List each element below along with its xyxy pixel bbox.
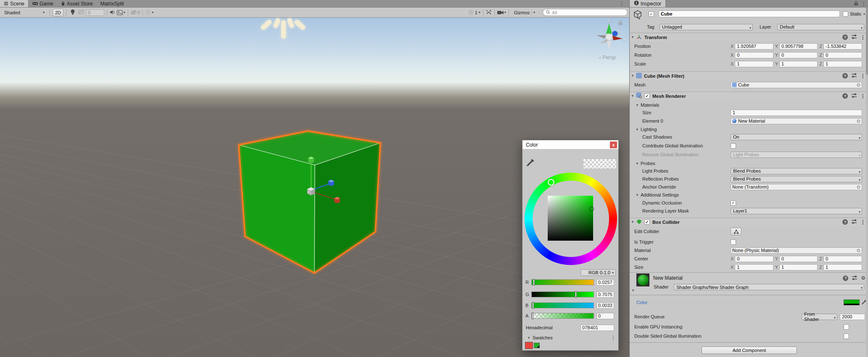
red-value-field[interactable]: 0.0257 bbox=[596, 279, 614, 286]
material-foldout-icon[interactable]: ▼ bbox=[631, 289, 635, 292]
kebab-icon[interactable]: ⋮ bbox=[860, 35, 865, 39]
box-collider-header[interactable]: ▼ ✓ Box Collider ? ⋮ bbox=[630, 218, 868, 226]
object-picker-icon[interactable]: ⊙ bbox=[857, 82, 860, 88]
static-checkbox[interactable] bbox=[843, 11, 848, 17]
hue-handle[interactable] bbox=[548, 179, 554, 186]
preset-icon[interactable] bbox=[852, 93, 857, 99]
help-icon[interactable]: ? bbox=[842, 73, 848, 79]
persp-label[interactable]: ≺Persp bbox=[598, 55, 616, 60]
preset-icon[interactable] bbox=[852, 219, 857, 225]
size-y-field[interactable]: 1 bbox=[779, 264, 818, 270]
kebab-icon[interactable]: ⋮ bbox=[860, 220, 865, 224]
rotation-z-field[interactable]: 0 bbox=[823, 52, 862, 58]
material-header[interactable]: ▼ New Material ? ⚙ Shader Shader Graphs/… bbox=[630, 273, 868, 294]
scale-z-field[interactable]: 1 bbox=[823, 61, 862, 67]
dynamic-occlusion-checkbox[interactable]: ✓ bbox=[731, 200, 736, 206]
probes-foldout[interactable]: ▼Probes bbox=[630, 160, 865, 167]
green-slider[interactable] bbox=[531, 291, 594, 297]
center-y-field[interactable]: 0 bbox=[779, 256, 818, 262]
mesh-renderer-enabled-checkbox[interactable]: ✓ bbox=[644, 93, 650, 99]
materials-foldout[interactable]: ▼Materials bbox=[630, 102, 865, 108]
gameobject-name-input[interactable] bbox=[659, 10, 840, 17]
color-window-titlebar[interactable]: Color x bbox=[522, 140, 618, 150]
reflection-probes-dropdown[interactable]: Blend Probes▾ bbox=[731, 176, 862, 182]
anchor-override-field[interactable]: None (Transform)⊙ bbox=[731, 184, 862, 190]
alpha-value-field[interactable]: 0 bbox=[596, 313, 614, 319]
swatches-row[interactable]: ▼ Swatches ⋮ bbox=[522, 334, 618, 341]
layer-dropdown[interactable]: Default▾ bbox=[777, 24, 864, 30]
object-picker-icon[interactable]: ⊙ bbox=[857, 184, 860, 190]
swatch-red[interactable] bbox=[525, 342, 533, 349]
size-z-field[interactable]: 1 bbox=[823, 264, 862, 270]
render-queue-value-field[interactable]: 2000 bbox=[840, 314, 865, 320]
additional-settings-foldout[interactable]: ▼Additional Settings bbox=[630, 192, 865, 198]
scale-gizmo-y-handle[interactable] bbox=[308, 157, 314, 163]
material-color-swatch[interactable] bbox=[844, 299, 860, 305]
dsgi-checkbox[interactable] bbox=[844, 333, 849, 339]
render-queue-mode-dropdown[interactable]: From Shader▾ bbox=[802, 314, 837, 320]
shader-dropdown[interactable]: Shader Graphs/New Shader Graph▾ bbox=[674, 284, 864, 290]
tab-inspector[interactable]: Inspector bbox=[630, 0, 666, 7]
active-checkbox[interactable]: ✓ bbox=[649, 11, 654, 17]
kebab-icon[interactable]: ⋮ bbox=[860, 94, 865, 98]
box-collider-enabled-checkbox[interactable]: ✓ bbox=[644, 219, 650, 225]
mesh-filter-header[interactable]: ▼ Cube (Mesh Filter) ? ⋮ bbox=[630, 71, 868, 80]
rgb-mode-dropdown[interactable]: RGB 0-1.0▾ bbox=[580, 269, 616, 276]
size-x-field[interactable]: 1 bbox=[735, 264, 773, 270]
swatches-kebab-icon[interactable]: ⋮ bbox=[611, 336, 616, 340]
saturation-value-box[interactable] bbox=[548, 196, 593, 241]
static-dropdown-icon[interactable]: ▾ bbox=[863, 12, 865, 16]
blue-slider[interactable] bbox=[531, 302, 594, 308]
axis-x-cone[interactable] bbox=[612, 36, 623, 40]
swatch-green[interactable] bbox=[534, 343, 540, 348]
object-picker-icon[interactable]: ⊙ bbox=[857, 118, 860, 124]
object-picker-icon[interactable]: ⊙ bbox=[857, 248, 860, 253]
contribute-gi-checkbox[interactable] bbox=[731, 143, 736, 149]
inspector-lock-icon[interactable] bbox=[854, 1, 858, 7]
scale-gizmo-x-handle[interactable] bbox=[334, 197, 340, 203]
sv-handle[interactable] bbox=[589, 207, 594, 211]
light-probes-dropdown[interactable]: Blend Probes▾ bbox=[731, 168, 862, 174]
element0-object-field[interactable]: New Material ⊙ bbox=[731, 118, 862, 124]
eyedropper-icon[interactable] bbox=[526, 158, 535, 168]
rotation-y-field[interactable]: 0 bbox=[779, 52, 818, 58]
material-preview[interactable] bbox=[636, 273, 649, 286]
scale-gizmo-center-handle[interactable] bbox=[307, 187, 315, 195]
position-x-field[interactable]: 1.920587 bbox=[735, 43, 773, 50]
tag-dropdown[interactable]: Untagged▾ bbox=[660, 24, 753, 30]
green-value-field[interactable]: 0.7075 bbox=[596, 291, 614, 298]
preset-icon[interactable] bbox=[852, 73, 857, 79]
cast-shadows-dropdown[interactable]: On▾ bbox=[731, 134, 862, 140]
help-icon[interactable]: ? bbox=[842, 93, 848, 99]
preset-icon[interactable] bbox=[852, 276, 857, 281]
kebab-icon[interactable]: ⋮ bbox=[860, 74, 865, 78]
edit-collider-button[interactable] bbox=[731, 228, 741, 235]
gear-icon[interactable]: ⚙ bbox=[861, 275, 865, 281]
cube-object[interactable] bbox=[239, 131, 380, 273]
rotation-x-field[interactable]: 0 bbox=[735, 52, 773, 58]
lighting-foldout[interactable]: ▼Lighting bbox=[630, 126, 865, 133]
mesh-renderer-header[interactable]: ▼ ✓ Mesh Renderer ? ⋮ bbox=[630, 92, 868, 100]
scale-x-field[interactable]: 1 bbox=[735, 61, 773, 67]
cube-object-icon[interactable]: ▾ bbox=[633, 10, 642, 20]
close-icon[interactable]: x bbox=[610, 142, 617, 148]
center-x-field[interactable]: 0 bbox=[735, 256, 773, 262]
mesh-object-field[interactable]: Cube ⊙ bbox=[731, 82, 862, 88]
hex-input[interactable]: 07B401 bbox=[580, 325, 614, 331]
materials-size-field[interactable]: 1 bbox=[731, 110, 862, 116]
position-z-field[interactable]: -1.533842 bbox=[823, 43, 862, 50]
gpu-instancing-checkbox[interactable] bbox=[844, 324, 849, 330]
preset-icon[interactable] bbox=[852, 34, 857, 40]
physic-material-field[interactable]: None (Physic Material)⊙ bbox=[731, 247, 862, 254]
scale-y-field[interactable]: 1 bbox=[779, 61, 818, 67]
axis-y-cone[interactable] bbox=[606, 24, 612, 34]
position-y-field[interactable]: 0.9057798 bbox=[779, 43, 818, 50]
transform-header[interactable]: ▼ Transform ? ⋮ bbox=[630, 33, 868, 41]
help-icon[interactable]: ? bbox=[842, 219, 848, 225]
rendering-layer-dropdown[interactable]: Layer1▾ bbox=[731, 208, 862, 214]
help-icon[interactable]: ? bbox=[843, 276, 848, 281]
scale-gizmo-z-handle[interactable] bbox=[328, 180, 334, 186]
red-slider[interactable] bbox=[531, 279, 594, 285]
inspector-kebab-icon[interactable]: ⋮ bbox=[861, 2, 866, 6]
blue-value-field[interactable]: 0.0033 bbox=[596, 302, 614, 309]
